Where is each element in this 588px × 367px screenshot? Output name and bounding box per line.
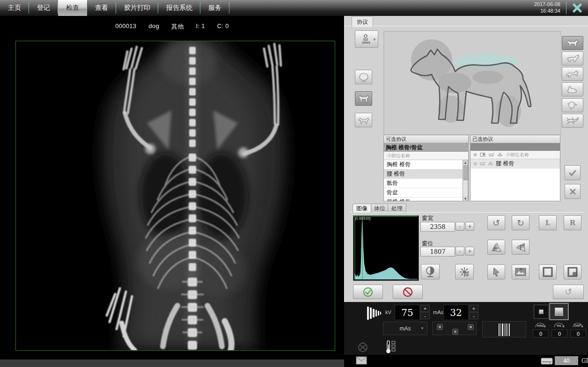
pointer-tool-button[interactable] bbox=[487, 264, 505, 279]
aec-field-selector[interactable] bbox=[432, 322, 477, 335]
flip-horizontal-button[interactable] bbox=[487, 240, 505, 255]
menu-item-register[interactable]: 登记 bbox=[29, 0, 58, 16]
ms-dial-icon: ms bbox=[553, 322, 565, 329]
wl-plus-button[interactable]: + bbox=[465, 247, 474, 256]
dog-front-icon bbox=[358, 73, 369, 82]
marker-left-button[interactable]: L bbox=[539, 215, 557, 230]
species-bird-button[interactable] bbox=[562, 98, 583, 112]
xray-radiograph-graphic bbox=[16, 41, 335, 350]
tab-protocol[interactable]: 协议 bbox=[352, 16, 373, 27]
tab-image[interactable]: 图像 bbox=[353, 204, 371, 213]
wl-minus-button[interactable]: - bbox=[456, 247, 464, 256]
xray-image[interactable] bbox=[15, 41, 335, 351]
confirm-protocol-button[interactable] bbox=[565, 165, 581, 180]
posture-lateral-button[interactable] bbox=[355, 113, 372, 127]
menu-item-exam[interactable]: 检查 bbox=[58, 0, 87, 16]
bird-icon bbox=[566, 101, 579, 110]
protocol-item-lumbar[interactable]: 腰 椎骨 bbox=[384, 169, 468, 179]
barcode-box[interactable] bbox=[482, 321, 526, 338]
window-width-label: 窗宽 bbox=[422, 214, 433, 222]
kv-plus-button[interactable]: + bbox=[420, 305, 430, 312]
aec-field-right[interactable] bbox=[468, 324, 474, 330]
menu-item-home[interactable]: 主页 bbox=[0, 0, 29, 16]
menu-item-view[interactable]: 查看 bbox=[87, 0, 116, 16]
protocol-item-thoracic[interactable]: 胸椎 椎骨 bbox=[384, 160, 468, 169]
tab-strip-line bbox=[345, 26, 588, 26]
available-protocols-title: 可选协议 bbox=[384, 135, 468, 143]
menu-item-service[interactable]: 服务 bbox=[200, 0, 229, 16]
save-region-button[interactable] bbox=[564, 264, 581, 279]
available-protocols-list: 可选协议 胸椎 椎骨/骨盆 小部位名称 胸椎 椎骨 腰 椎骨 骶骨 骨盆 尾椎 … bbox=[383, 135, 469, 201]
ww-plus-button[interactable]: + bbox=[465, 222, 474, 231]
image-processing-button[interactable] bbox=[455, 264, 474, 279]
posture-front-button[interactable] bbox=[355, 70, 372, 84]
posture-side-button[interactable] bbox=[355, 91, 372, 106]
histogram[interactable]: ​ [0,65535] bbox=[353, 215, 419, 281]
lizard-icon bbox=[566, 116, 580, 125]
close-icon bbox=[573, 3, 582, 13]
scroll-down-icon[interactable]: ▼ bbox=[463, 196, 468, 201]
dog-lateral-icon bbox=[357, 116, 370, 125]
dog-anatomy-graphic bbox=[384, 31, 561, 134]
flip-vertical-icon bbox=[515, 242, 526, 252]
kv-minus-button[interactable]: - bbox=[420, 312, 430, 319]
patient-table-button[interactable]: ▼ bbox=[355, 30, 378, 48]
flip-vertical-button[interactable] bbox=[512, 240, 529, 255]
contrast-button[interactable] bbox=[421, 264, 440, 279]
crop-region-button[interactable] bbox=[539, 264, 557, 279]
aec-field-left[interactable] bbox=[437, 324, 443, 330]
accept-image-button[interactable] bbox=[353, 285, 383, 299]
rotate-cw-button[interactable]: ↻ bbox=[512, 215, 529, 230]
reject-image-button[interactable] bbox=[393, 285, 423, 299]
flip-horizontal-icon bbox=[491, 242, 502, 252]
scroll-up-icon[interactable]: ▲ bbox=[463, 160, 468, 165]
species-dog-button[interactable] bbox=[562, 36, 583, 50]
aec-field-center[interactable] bbox=[452, 329, 458, 335]
available-list-scrollbar[interactable]: ▲ ▼ bbox=[463, 160, 468, 201]
selected-protocols-list: 已选协议 ⚙ 小部位名称 ⚙ 腰 椎骨 bbox=[470, 135, 560, 201]
tab-processing[interactable]: 处理 bbox=[388, 204, 406, 213]
large-focus-button[interactable] bbox=[550, 303, 568, 320]
mas-plus-button[interactable]: + bbox=[469, 305, 478, 312]
enhance-icon bbox=[459, 266, 470, 278]
scrollbar-thumb[interactable] bbox=[463, 165, 468, 180]
mas-minus-button[interactable]: - bbox=[469, 312, 478, 319]
kv-value[interactable]: 75 bbox=[395, 305, 420, 320]
anatomy-diagram[interactable] bbox=[383, 31, 561, 135]
mas-value[interactable]: 32 bbox=[443, 305, 469, 320]
menu-item-report-system[interactable]: 报告系统 bbox=[158, 0, 200, 16]
close-button[interactable] bbox=[566, 0, 588, 16]
exposure-mode-dropdown[interactable]: mAs▼ bbox=[383, 322, 427, 335]
annotation-tool-button[interactable] bbox=[512, 264, 529, 279]
image-overlay-header: 000013 dog 其他 I: 1 C: 0 bbox=[0, 22, 344, 31]
species-rabbit-button[interactable] bbox=[562, 82, 583, 96]
message-envelope-icon[interactable] bbox=[356, 356, 367, 365]
tab-content-line bbox=[349, 212, 584, 213]
tab-position[interactable]: 体位 bbox=[370, 204, 389, 213]
species-horse-button[interactable] bbox=[562, 67, 583, 81]
histogram-range-label: [0,65535] bbox=[355, 216, 370, 220]
window-width-value[interactable]: 2358 bbox=[420, 222, 455, 232]
protocol-item-sacrum[interactable]: 骶骨 bbox=[384, 179, 468, 188]
ww-minus-button[interactable]: - bbox=[456, 222, 464, 231]
protocol-group-header[interactable]: 胸椎 椎骨/骨盆 bbox=[384, 143, 468, 152]
remove-protocol-button[interactable] bbox=[565, 184, 581, 199]
species-reptile-button[interactable] bbox=[562, 114, 583, 128]
table-icon bbox=[497, 153, 503, 157]
mas-dial-icon: mAs bbox=[534, 322, 546, 329]
rotate-ccw-button[interactable]: ↺ bbox=[487, 215, 505, 230]
mas-label: mAs bbox=[433, 309, 443, 315]
species-cat-button[interactable] bbox=[562, 51, 583, 66]
patient-name: dog bbox=[148, 22, 159, 31]
window-level-value[interactable]: 1807 bbox=[420, 247, 455, 257]
selected-protocol-row[interactable]: ⚙ 腰 椎骨 bbox=[470, 159, 560, 169]
marker-right-button[interactable]: R bbox=[564, 215, 581, 230]
dog-icon bbox=[566, 38, 580, 48]
species-label: 其他 bbox=[171, 22, 184, 31]
menu-item-film-print[interactable]: 胶片打印 bbox=[116, 0, 158, 16]
small-focus-button[interactable] bbox=[534, 305, 549, 319]
protocol-item-caudal[interactable]: 尾椎 椎骨 bbox=[384, 198, 468, 201]
reject-icon bbox=[403, 287, 413, 297]
reset-button[interactable]: ↺ bbox=[553, 285, 584, 299]
protocol-item-pelvis[interactable]: 骨盆 bbox=[384, 188, 468, 198]
